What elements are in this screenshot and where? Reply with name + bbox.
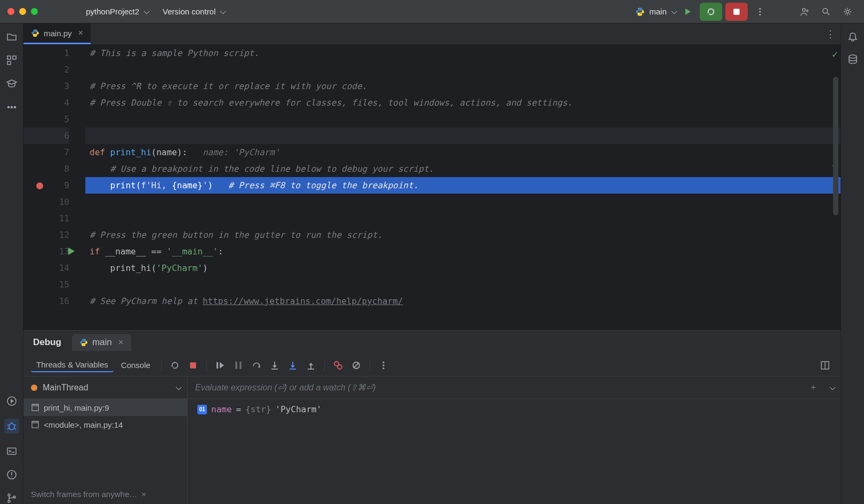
code-line: # This is a sample Python script. <box>90 48 259 58</box>
stack-frame[interactable]: <module>, main.py:14 <box>23 416 187 433</box>
tab-options-button[interactable]: ⋮ <box>826 28 835 40</box>
graduation-icon <box>6 78 17 89</box>
resume-button[interactable] <box>212 357 228 373</box>
left-toolbar <box>0 23 23 504</box>
svg-point-16 <box>9 423 14 430</box>
project-tool-button[interactable] <box>6 31 18 43</box>
editor-tab[interactable]: main.py × <box>23 23 91 44</box>
layout-button[interactable] <box>817 357 833 373</box>
more-tools-button[interactable] <box>6 101 18 113</box>
svg-point-30 <box>382 364 384 366</box>
svg-point-27 <box>338 365 342 369</box>
rerun-icon <box>170 361 180 370</box>
vcs-selector[interactable]: Version control <box>163 7 224 16</box>
settings-button[interactable] <box>838 3 857 21</box>
structure-tool-button[interactable] <box>6 54 18 66</box>
cursor-line <box>85 127 841 144</box>
run-gutter-icon[interactable] <box>68 247 75 255</box>
svg-point-31 <box>382 367 384 369</box>
mute-breakpoints-button[interactable] <box>348 357 364 373</box>
svg-point-20 <box>8 500 10 502</box>
svg-point-14 <box>14 107 15 108</box>
step-into-button[interactable] <box>267 357 283 373</box>
code-with-me-button[interactable] <box>796 3 814 21</box>
step-out-icon <box>306 361 316 370</box>
vcs-tool-button[interactable] <box>6 492 18 504</box>
dismiss-hint-button[interactable]: × <box>141 490 146 499</box>
svg-point-6 <box>803 8 805 11</box>
debug-tool-button[interactable] <box>4 419 19 434</box>
layout-icon <box>820 361 830 370</box>
pause-button[interactable] <box>230 357 246 373</box>
svg-rect-36 <box>32 421 38 423</box>
variable-row[interactable]: 01 name = {str} 'PyCharm' <box>188 399 841 420</box>
code-area[interactable]: # This is a sample Python script. # Pres… <box>85 45 841 330</box>
run-tool-button[interactable] <box>6 395 18 407</box>
database-tool-button[interactable] <box>847 53 859 65</box>
svg-point-7 <box>823 8 828 13</box>
breakpoint-marker[interactable] <box>36 182 43 189</box>
maximize-window-button[interactable] <box>31 8 38 15</box>
close-window-button[interactable] <box>7 8 14 15</box>
variables-panel: ＋ 01 name = {str} 'PyCharm' <box>188 377 841 504</box>
chevron-down-icon <box>175 383 180 393</box>
step-into-my-button[interactable] <box>285 357 301 373</box>
threads-tab[interactable]: Threads & Variables <box>31 358 114 372</box>
svg-rect-25 <box>239 362 241 369</box>
gutter[interactable]: 12345 678 9 101112 13 141516 <box>23 45 85 330</box>
svg-point-5 <box>759 13 761 15</box>
kebab-icon <box>755 7 765 17</box>
problems-tool-button[interactable] <box>6 469 18 481</box>
help-link[interactable]: https://www.jetbrains.com/help/pycharm/ <box>203 296 403 306</box>
inspection-strip[interactable]: ✓ <box>832 46 839 62</box>
stop-debug-button[interactable] <box>185 357 201 373</box>
evaluate-expression-input[interactable] <box>188 383 804 393</box>
close-tab-button[interactable]: × <box>78 28 83 38</box>
project-selector[interactable]: pythonProject2 <box>86 7 148 16</box>
vcs-label: Version control <box>163 7 215 16</box>
add-watch-button[interactable]: ＋ <box>804 382 822 393</box>
chevron-down-icon <box>143 7 148 16</box>
mute-icon <box>351 361 361 370</box>
stop-button[interactable] <box>725 3 748 21</box>
editor-scrollbar[interactable] <box>833 77 838 215</box>
step-out-button[interactable] <box>303 357 319 373</box>
more-actions-button[interactable] <box>751 3 769 21</box>
main-area: main.py × ⋮ 12345 678 9 101112 13 141516… <box>23 23 841 504</box>
thread-name: MainThread <box>43 383 88 393</box>
code-editor[interactable]: 12345 678 9 101112 13 141516 # This is a… <box>23 45 841 330</box>
view-breakpoints-button[interactable] <box>330 357 346 373</box>
window-controls <box>7 8 38 15</box>
frames-hint: Switch frames from anywhe… × <box>23 484 187 504</box>
run-button[interactable] <box>678 3 697 21</box>
database-icon <box>847 54 858 65</box>
terminal-tool-button[interactable] <box>6 445 18 457</box>
rerun-debug-button[interactable] <box>167 357 183 373</box>
run-config-name: main <box>649 7 667 16</box>
debug-title[interactable]: Debug <box>33 337 61 348</box>
code-line: # Press Double ⇧ to search everywhere fo… <box>90 98 572 108</box>
minimize-window-button[interactable] <box>19 8 26 15</box>
console-tab[interactable]: Console <box>116 358 156 372</box>
python-icon <box>635 7 645 17</box>
rerun-button[interactable] <box>700 3 722 21</box>
thread-selector[interactable]: MainThread <box>23 377 187 399</box>
step-over-button[interactable] <box>249 357 265 373</box>
run-config-selector[interactable]: main <box>635 7 675 17</box>
debug-session-tab[interactable]: main × <box>72 334 131 351</box>
frames-panel: MainThread print_hi, main.py:9 <module>,… <box>23 377 188 504</box>
svg-rect-23 <box>217 362 218 369</box>
play-icon <box>683 7 692 16</box>
learn-tool-button[interactable] <box>6 78 18 90</box>
kebab-icon <box>379 361 388 370</box>
eval-history-button[interactable] <box>822 383 841 393</box>
debug-more-button[interactable] <box>375 357 391 373</box>
tab-filename: main.py <box>44 29 72 38</box>
stack-frame[interactable]: print_hi, main.py:9 <box>23 399 187 416</box>
stop-icon <box>188 361 198 370</box>
notifications-button[interactable] <box>847 31 859 43</box>
bug-icon <box>6 421 17 431</box>
frame-icon <box>31 403 39 412</box>
close-session-button[interactable]: × <box>118 337 124 348</box>
search-everywhere-button[interactable] <box>817 3 835 21</box>
